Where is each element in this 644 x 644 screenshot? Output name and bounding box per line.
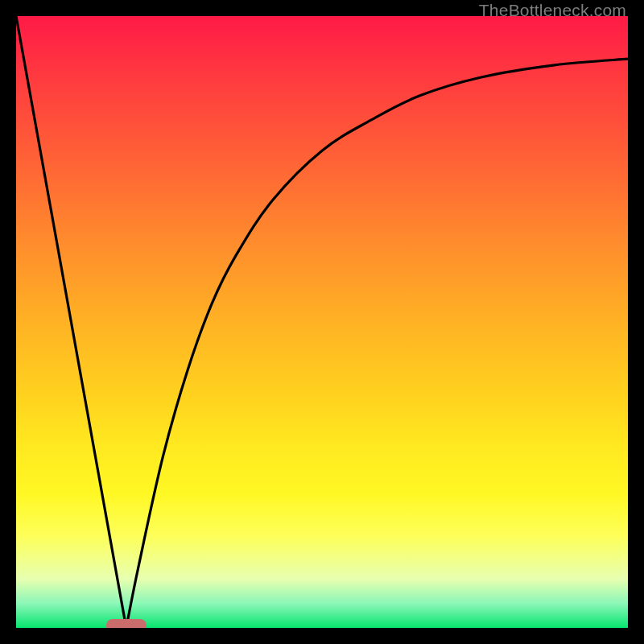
plot-area: [16, 16, 628, 628]
chart-frame: TheBottleneck.com: [0, 0, 644, 644]
optimal-marker: [106, 619, 147, 628]
bottleneck-curve: [16, 16, 628, 628]
